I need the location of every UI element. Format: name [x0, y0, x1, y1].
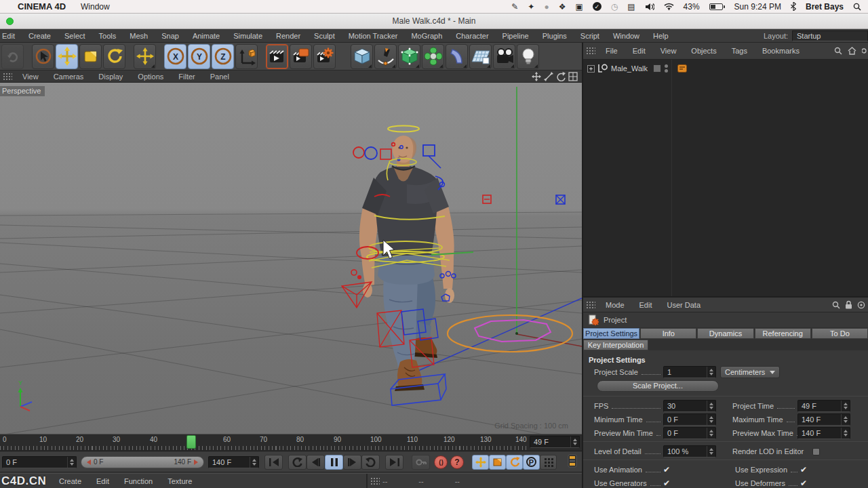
stepper-icon[interactable] [707, 414, 715, 425]
stepper-icon[interactable] [250, 457, 258, 468]
tab-key-interpolation[interactable]: Key Interpolation [583, 340, 648, 350]
use-animation-checkbox[interactable]: ✔ [663, 466, 670, 474]
stepper-icon[interactable] [841, 401, 850, 411]
zoom-view-icon[interactable] [544, 72, 553, 81]
menu-sculpt[interactable]: Sculpt [307, 32, 342, 40]
timeline-ruler[interactable]: 0 10 20 30 40 50 60 70 80 90 100 110 120… [0, 434, 582, 451]
tab-info[interactable]: Info [640, 328, 696, 339]
screen-record-icon[interactable]: ▣ [575, 3, 583, 11]
visibility-dots[interactable] [665, 64, 668, 73]
stepper-icon[interactable] [841, 428, 850, 439]
previous-frame-button[interactable] [307, 455, 325, 470]
viewport-label[interactable]: Perspective [0, 86, 45, 96]
mat-menu-texture[interactable]: Texture [160, 477, 199, 485]
menu-mesh[interactable]: Mesh [123, 32, 155, 40]
tab-referencing[interactable]: Referencing [755, 328, 811, 339]
layout-select[interactable]: Startup [792, 30, 868, 41]
rotate-view-icon[interactable] [556, 72, 566, 81]
tab-dynamics[interactable]: Dynamics [697, 328, 753, 339]
object-name[interactable]: Male_Walk [611, 64, 648, 73]
use-expression-checkbox[interactable]: ✔ [800, 466, 807, 474]
panel-grip[interactable] [586, 47, 595, 55]
fps-field[interactable]: 30 [663, 400, 716, 412]
project-scale-unit-select[interactable]: Centimeters [720, 366, 780, 378]
vp-menu-display[interactable]: Display [91, 73, 130, 81]
lock-z-axis-button[interactable]: Z [212, 44, 234, 69]
display-tag-icon[interactable] [677, 64, 688, 73]
preview-max-time-field[interactable]: 140 F [797, 427, 850, 439]
panel-grip[interactable] [3, 73, 12, 81]
om-menu-objects[interactable]: Objects [684, 47, 724, 55]
menu-select[interactable]: Select [58, 32, 92, 40]
mat-menu-edit[interactable]: Edit [89, 477, 117, 485]
scale-tool[interactable] [79, 44, 102, 69]
preview-min-time-field[interactable]: 0 F [663, 427, 716, 439]
camera-button[interactable] [493, 44, 515, 69]
am-menu-edit[interactable]: Edit [632, 301, 660, 309]
mat-menu-function[interactable]: Function [117, 477, 160, 485]
stepper-icon[interactable] [707, 446, 715, 457]
menu-snap[interactable]: Snap [155, 32, 186, 40]
play-forwards-button[interactable] [361, 455, 380, 470]
pause-button[interactable] [325, 455, 343, 470]
project-scale-field[interactable]: 1 [663, 366, 716, 378]
am-menu-mode[interactable]: Mode [598, 301, 632, 309]
macos-menu-window[interactable]: Window [81, 2, 110, 12]
keyboard-icon[interactable]: ▤ [627, 3, 635, 11]
panel-grip[interactable] [586, 301, 595, 309]
coordinate-system-button[interactable] [235, 44, 258, 69]
menu-help[interactable]: Help [646, 32, 675, 40]
render-lod-checkbox[interactable] [812, 448, 820, 455]
stepper-icon[interactable] [707, 428, 715, 439]
menu-plugins[interactable]: Plugins [536, 32, 574, 40]
project-time-field[interactable]: 49 F [797, 400, 850, 412]
spotlight-search-icon[interactable] [853, 3, 861, 11]
subdivision-surface-button[interactable] [398, 44, 420, 69]
maximum-time-field[interactable]: 140 F [797, 413, 850, 426]
bluetooth-icon[interactable] [791, 2, 796, 11]
am-menu-user-data[interactable]: User Data [660, 301, 709, 309]
use-generators-checkbox[interactable]: ✔ [663, 479, 670, 487]
autokey-question-button[interactable]: ? [450, 455, 464, 469]
scale-project-button[interactable]: Scale Project... [597, 380, 719, 392]
menu-motion-tracker[interactable]: Motion Tracker [342, 32, 405, 40]
keyframe-position-toggle[interactable] [472, 455, 489, 470]
om-menu-bookmarks[interactable]: Bookmarks [755, 47, 807, 55]
more-icon[interactable] [862, 47, 867, 55]
goto-end-button[interactable] [385, 455, 403, 470]
keyframe-pla-toggle[interactable] [540, 455, 557, 470]
dropbox-icon[interactable]: ❖ [559, 3, 566, 11]
live-selection-tool[interactable] [32, 44, 54, 69]
home-icon[interactable] [848, 47, 856, 55]
stepper-icon[interactable] [570, 436, 579, 447]
rotate-tool[interactable] [103, 44, 125, 69]
timeline-playhead[interactable] [186, 435, 196, 449]
menu-render[interactable]: Render [269, 32, 307, 40]
vp-menu-cameras[interactable]: Cameras [46, 73, 92, 81]
vp-menu-options[interactable]: Options [130, 73, 171, 81]
rig-hip-octagon[interactable] [475, 320, 551, 342]
undo-button[interactable] [1, 44, 24, 69]
record-key-button[interactable] [412, 455, 430, 470]
expand-icon[interactable] [587, 65, 595, 73]
om-menu-tags[interactable]: Tags [724, 47, 755, 55]
play-backwards-button[interactable] [288, 455, 307, 470]
search-icon[interactable] [834, 47, 842, 55]
menu-create[interactable]: Create [22, 32, 58, 40]
keyframe-parameter-toggle[interactable]: P [523, 455, 540, 470]
shield-check-icon[interactable]: ✓ [593, 2, 601, 11]
render-view-button[interactable] [266, 44, 288, 69]
pen-tablet-icon[interactable]: ✎ [511, 3, 518, 11]
range-left-arrow-icon[interactable] [87, 460, 91, 465]
lock-icon[interactable] [845, 300, 852, 309]
lock-x-axis-button[interactable]: X [164, 44, 186, 69]
goto-start-button[interactable] [264, 455, 283, 470]
keyframe-rotation-toggle[interactable] [506, 455, 523, 470]
next-frame-button[interactable] [343, 455, 361, 470]
menu-pipeline[interactable]: Pipeline [496, 32, 536, 40]
character-male-walk[interactable] [359, 136, 454, 391]
last-used-tool[interactable] [134, 44, 156, 69]
floor-environment-button[interactable] [469, 44, 492, 69]
deformer-button[interactable] [446, 44, 468, 69]
menu-window[interactable]: Window [606, 32, 646, 40]
